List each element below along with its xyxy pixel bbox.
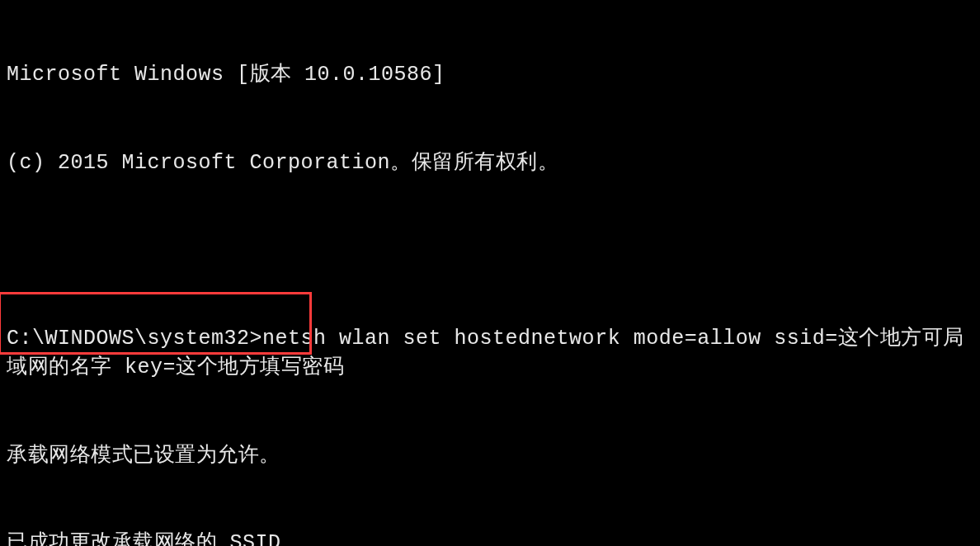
command-line-1: C:\WINDOWS\system32>netsh wlan set hoste… xyxy=(7,324,980,383)
output-1a: 承载网络模式已设置为允许。 xyxy=(7,441,980,471)
blank-line xyxy=(7,236,980,266)
prompt-1: C:\WINDOWS\system32> xyxy=(7,327,262,351)
version-line: Microsoft Windows [版本 10.0.10586] xyxy=(7,60,980,90)
output-1b: 已成功更改承载网络的 SSID。 xyxy=(7,529,980,546)
command-prompt-terminal[interactable]: Microsoft Windows [版本 10.0.10586] (c) 20… xyxy=(0,0,980,546)
copyright-line: (c) 2015 Microsoft Corporation。保留所有权利。 xyxy=(7,148,980,178)
